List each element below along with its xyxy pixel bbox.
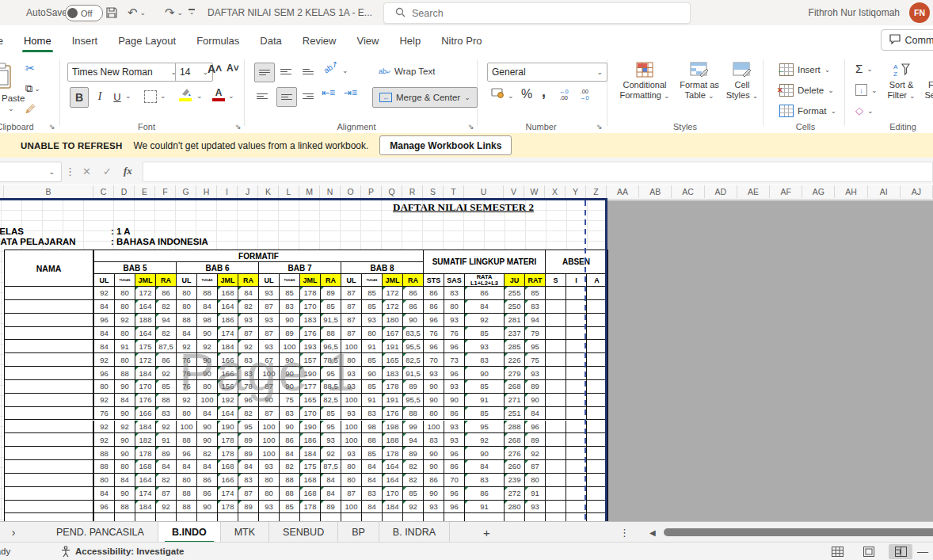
grade-cell[interactable]: 87 [341,287,362,300]
absen-cell[interactable] [546,433,566,447]
grade-cell[interactable]: 170 [383,487,403,501]
grade-cell[interactable]: 87 [341,487,362,501]
grade-cell[interactable]: 80 [362,327,383,341]
copy-icon[interactable]: ⧉⌄ [25,82,40,95]
grade-cell[interactable]: 89 [280,327,300,341]
grade-cell[interactable]: 83 [280,300,300,314]
absen-cell[interactable] [546,447,566,460]
shrink-font-button[interactable]: A˅ [227,63,239,74]
sheet-tab-b-indo[interactable]: B.INDO [158,522,221,543]
grade-cell[interactable]: 184 [218,340,238,353]
grade-cell[interactable]: 100 [259,447,280,460]
grade-cell[interactable]: 92 [177,394,197,407]
grade-cell[interactable]: 93 [362,314,383,327]
grade-cell[interactable]: 96 [238,394,259,407]
grade-cell[interactable]: 80 [525,474,546,487]
grade-cell[interactable]: 90 [280,353,300,367]
italic-button[interactable]: I [93,87,106,106]
grade-cell[interactable]: 175 [135,340,156,353]
cancel-icon[interactable]: ✕ [82,162,91,181]
grade-cell[interactable]: 174 [135,487,156,501]
grade-cell[interactable]: 168 [218,287,238,300]
font-color-button[interactable]: A [212,87,225,101]
grade-cell[interactable]: 190 [218,421,238,434]
ribbon-tab-home[interactable]: Home [13,25,62,55]
grade-cell[interactable]: 86 [465,487,505,501]
grade-cell[interactable]: 93 [259,314,280,327]
grade-cell[interactable]: 87,5 [321,460,341,474]
name-cell[interactable] [5,314,94,327]
grade-cell[interactable]: 188 [135,314,156,327]
next-sheet-arrow[interactable]: › [0,522,27,543]
grade-cell[interactable] [197,513,218,521]
grade-cell[interactable]: 80 [444,300,465,314]
grade-cell[interactable]: 92 [94,421,115,434]
grade-cell[interactable]: 178 [383,447,403,460]
grade-cell[interactable]: 95 [525,340,546,353]
grade-cell[interactable]: 80 [259,474,280,487]
column-header-Q[interactable]: Q [382,185,402,198]
grade-cell[interactable]: 268 [505,433,525,447]
borders-button[interactable] [144,90,157,103]
grade-cell[interactable]: 279 [505,367,525,380]
column-header-C[interactable]: C [93,185,114,198]
grade-cell[interactable]: 94 [403,433,424,447]
grade-cell[interactable]: 82 [403,460,424,474]
grade-cell[interactable]: 176 [383,407,403,421]
grade-cell[interactable] [444,513,465,521]
grade-cell[interactable]: 88 [403,407,424,421]
fill-color-dropdown-icon[interactable]: ⌄ [196,92,203,100]
grade-cell[interactable]: 191 [383,394,403,407]
grade-cell[interactable]: 86 [465,287,505,300]
absen-cell[interactable] [546,300,566,314]
grade-cell[interactable]: 176 [135,394,156,407]
grade-cell[interactable]: 84 [115,474,135,487]
column-header-T[interactable]: T [444,185,464,198]
grade-cell[interactable]: 90 [280,367,300,380]
grade-cell[interactable]: 272 [505,487,525,501]
column-header-P[interactable]: P [361,185,382,198]
grade-cell[interactable]: 88 [94,460,115,474]
grade-cell[interactable]: 89 [321,287,341,300]
decrease-decimal-button[interactable]: .00→0 [580,89,589,101]
grade-cell[interactable]: 93 [444,380,465,394]
name-cell[interactable] [5,367,94,380]
column-header-Z[interactable]: Z [586,185,607,198]
orientation-button[interactable]: ab↗ [322,59,340,74]
grade-cell[interactable]: 168 [300,474,321,487]
avatar[interactable]: FN [909,2,930,23]
column-header-R[interactable]: R [402,185,423,198]
undo-icon[interactable]: ↶⌄ [128,0,146,25]
sheet-tab-bp[interactable]: BP [338,522,379,543]
grade-cell[interactable]: 86 [424,474,444,487]
grade-cell[interactable]: 180 [383,314,403,327]
grade-cell[interactable]: 184 [135,421,156,434]
absen-cell[interactable] [546,407,566,421]
grade-cell[interactable]: 95 [321,367,341,380]
insert-cells-button[interactable]: ← Insert⌄ [779,63,830,76]
grade-cell[interactable]: 172 [383,300,403,314]
redo-icon[interactable]: ↷⌄ [165,0,183,25]
grade-cell[interactable]: 90 [259,394,280,407]
formula-input[interactable] [143,162,933,182]
grade-cell[interactable]: 88 [321,327,341,341]
grade-cell[interactable] [94,513,115,521]
grade-cell[interactable]: 95 [321,421,341,434]
grade-cell[interactable]: 178 [300,287,321,300]
grade-cell[interactable]: 260 [505,460,525,474]
grade-cell[interactable]: 90 [424,460,444,474]
grade-cell[interactable]: 164 [218,407,238,421]
grade-cell[interactable]: 91,5 [321,314,341,327]
grade-cell[interactable]: 88 [177,487,197,501]
column-header-AC[interactable]: AC [672,185,704,198]
grade-cell[interactable]: 90 [197,501,218,514]
grade-cell[interactable]: 176 [300,327,321,341]
grade-cell[interactable]: 87 [259,327,280,341]
grade-cell[interactable]: 170 [300,407,321,421]
grade-cell[interactable]: 100 [280,340,300,353]
grade-cell[interactable]: 80 [177,300,197,314]
grade-cell[interactable]: 89 [525,433,546,447]
grade-cell[interactable]: 91 [465,394,505,407]
name-cell[interactable] [5,407,94,421]
grade-cell[interactable]: 226 [505,353,525,367]
